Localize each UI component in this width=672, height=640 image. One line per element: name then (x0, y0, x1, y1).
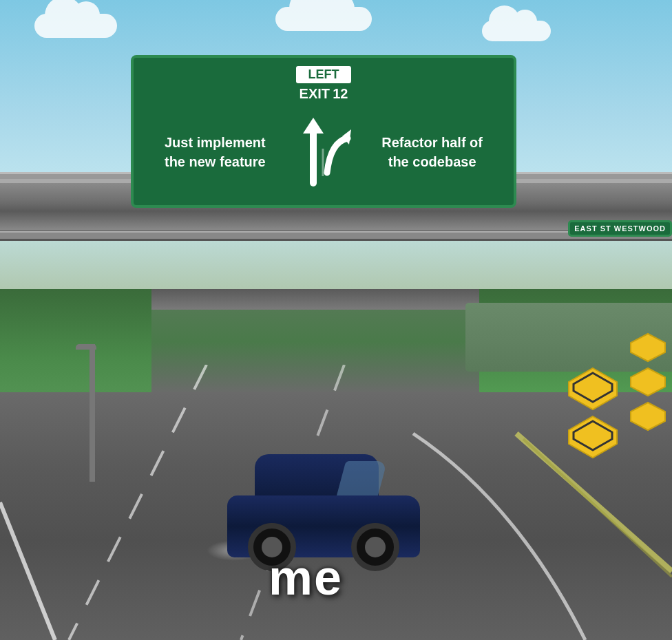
cloud-2 (482, 21, 551, 41)
exit-number: 12 (333, 86, 348, 101)
sign-exit: EXIT 12 (142, 86, 505, 102)
sign-left-option: Just implement the new feature (160, 133, 270, 171)
meme-container: LEFT EXIT 12 Just implement the new feat… (0, 0, 672, 640)
svg-marker-11 (569, 416, 617, 458)
exit-label: EXIT (300, 86, 330, 101)
street-lamp (90, 344, 95, 482)
sign-arrows (293, 114, 355, 190)
highway-sign: LEFT EXIT 12 Just implement the new feat… (131, 55, 516, 208)
svg-marker-15 (631, 403, 665, 430)
car-label: me (269, 549, 343, 606)
scene-bottom: me (0, 289, 672, 640)
chevron-signs (565, 365, 620, 478)
svg-marker-13 (631, 334, 665, 361)
sign-body: Just implement the new feature Refactor … (142, 107, 505, 197)
sign-right-option: Refactor half of the codebase (377, 133, 487, 171)
cloud-1 (34, 14, 117, 38)
arrows-svg (293, 114, 355, 190)
svg-marker-9 (569, 368, 617, 409)
chevrons-far-svg (627, 330, 669, 468)
sign-direction-label: LEFT (296, 66, 351, 83)
chevrons-svg (565, 365, 620, 475)
chevron-signs-far (627, 330, 669, 471)
scene-top: LEFT EXIT 12 Just implement the new feat… (0, 0, 672, 289)
svg-line-6 (0, 502, 55, 640)
svg-marker-1 (303, 118, 324, 134)
car-wheel-right (351, 523, 399, 571)
cloud-3 (275, 7, 372, 31)
exit-sign-small: EAST ST WESTWOOD (568, 220, 672, 237)
svg-marker-14 (631, 368, 665, 396)
